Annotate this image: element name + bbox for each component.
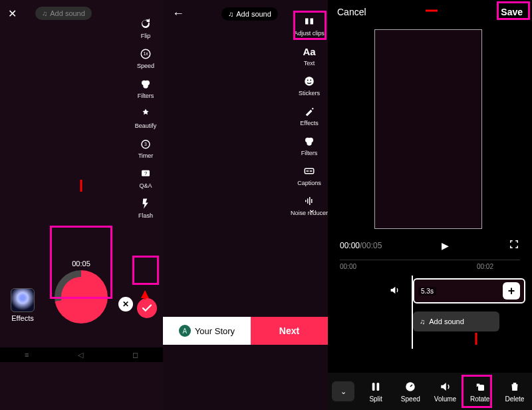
cancel-button[interactable]: Cancel [337, 7, 366, 17]
record-screen: ✕ ♫ Add sound Flip 1x Speed Filters Beau… [0, 0, 163, 410]
delete-clip-button[interactable]: ✕ [118, 297, 133, 311]
tool-label: Flash [138, 212, 153, 219]
timeline-ruler: 00:00 00:02 [340, 260, 520, 270]
captions-icon [303, 164, 316, 178]
tool-flash[interactable]: Flash [132, 197, 159, 219]
next-button[interactable]: Next [251, 317, 328, 345]
tick: 00:02 [477, 263, 493, 270]
home-icon[interactable]: ◻ [132, 351, 138, 359]
flash-icon [139, 197, 152, 210]
effects-button[interactable]: Effects [8, 288, 37, 322]
speed-icon: 1x [139, 47, 152, 61]
svg-text:?: ? [144, 170, 147, 176]
svg-point-16 [307, 140, 312, 146]
your-story-label: Your Story [195, 326, 235, 336]
stickers-icon [303, 75, 316, 88]
close-icon[interactable]: ✕ [8, 7, 17, 20]
sound-track[interactable]: ♫ Add sound [413, 311, 499, 331]
tool-stickers[interactable]: Stickers [296, 75, 323, 97]
next-label: Next [279, 325, 299, 336]
tool-label: Timer [138, 152, 154, 159]
preview-screen: ← ♫ Add sound Adjust clips Aa Text Stick… [163, 0, 328, 410]
video-preview[interactable] [374, 29, 482, 229]
avatar: A [179, 325, 191, 337]
chevron-down-icon[interactable]: ⌄ [308, 204, 316, 214]
svg-rect-20 [305, 200, 307, 202]
tool-text[interactable]: Aa Text [296, 45, 323, 67]
svg-rect-9 [305, 19, 309, 25]
svg-rect-25 [377, 383, 380, 391]
save-button[interactable]: Save [501, 7, 523, 17]
edit-toolbar: ⌄ Split Speed Volume Rotate Delete [328, 373, 532, 410]
tool-label: Captions [297, 180, 321, 186]
timeline: 5.3s + ♫ Add sound [328, 276, 532, 349]
add-sound-hint[interactable]: ♫ Add sound [35, 7, 92, 20]
add-sound-hint-label: Add sound [50, 9, 85, 17]
volume-icon-small[interactable] [389, 285, 400, 297]
svg-point-11 [305, 77, 314, 86]
tool-timer[interactable]: 3 Timer [132, 137, 159, 159]
arrow-to-rotate [471, 333, 483, 345]
qa-icon: ? [139, 167, 152, 180]
add-sound-button[interactable]: ♫ Add sound [221, 7, 278, 21]
back-icon[interactable]: ◁ [78, 351, 83, 359]
record-button[interactable] [55, 270, 108, 323]
speed-icon [404, 380, 416, 393]
recents-icon[interactable]: ≡ [25, 351, 29, 359]
svg-rect-19 [310, 170, 313, 172]
edit-split[interactable]: Split [358, 380, 393, 403]
tool-label: Q&A [139, 182, 152, 189]
tool-flip[interactable]: Flip [132, 17, 159, 39]
tool-label: Flip [141, 33, 151, 39]
delete-icon [509, 380, 521, 393]
tool-adjust-clips[interactable]: Adjust clips [296, 15, 323, 37]
playhead[interactable] [412, 276, 413, 349]
svg-rect-27 [478, 385, 484, 391]
svg-marker-31 [141, 290, 149, 298]
svg-rect-10 [311, 19, 314, 25]
tool-speed[interactable]: 1x Speed [132, 47, 159, 69]
tool-filters[interactable]: Filters [132, 77, 159, 99]
time-current: 00:00 [340, 241, 360, 250]
arrow-to-save [426, 7, 438, 19]
edit-rotate[interactable]: Rotate [463, 380, 497, 403]
tool-captions[interactable]: Captions [296, 164, 323, 186]
add-clip-button[interactable]: + [503, 282, 520, 300]
tool-label: Text [304, 60, 315, 67]
back-arrow-icon[interactable]: ← [172, 7, 184, 21]
tool-label: Filters [138, 93, 154, 99]
arrow-to-confirm [140, 288, 152, 300]
tool-effects[interactable]: Effects [296, 104, 323, 126]
record-area: 00:05 [51, 260, 112, 331]
playback-bar: 00:00/00:05 ▶ [328, 238, 532, 252]
edit-speed[interactable]: Speed [393, 380, 428, 403]
play-icon[interactable]: ▶ [442, 240, 449, 251]
tool-label: Adjust clips [294, 30, 325, 37]
tick: 00:00 [340, 263, 356, 270]
post-bar: A Your Story Next [163, 317, 328, 345]
collapse-toolbar-button[interactable]: ⌄ [332, 381, 354, 401]
confirm-button[interactable] [137, 298, 157, 318]
tool-label: Beautify [135, 122, 157, 129]
tool-qa[interactable]: ? Q&A [132, 167, 159, 189]
timer-icon: 3 [139, 137, 152, 150]
beautify-icon [139, 107, 152, 120]
tool-beautify[interactable]: Beautify [132, 107, 159, 129]
edit-delete[interactable]: Delete [497, 380, 532, 403]
add-sound-label: Add sound [236, 10, 271, 18]
svg-rect-17 [305, 168, 314, 174]
svg-text:1x: 1x [143, 51, 148, 56]
edit-label: Speed [401, 395, 420, 403]
video-track[interactable]: 5.3s + [413, 278, 525, 304]
effects-label: Effects [8, 314, 37, 322]
your-story-button[interactable]: A Your Story [163, 317, 251, 345]
camera-tools: Flip 1x Speed Filters Beautify 3 Timer ?… [132, 17, 159, 219]
android-nav-bar: ≡ ◁ ◻ [0, 347, 163, 362]
clip-length: 5.3s [418, 287, 436, 296]
fullscreen-icon[interactable] [508, 238, 520, 252]
edit-volume[interactable]: Volume [428, 380, 462, 403]
edit-label: Delete [505, 395, 524, 403]
volume-icon [440, 380, 452, 393]
tool-filters[interactable]: Filters [296, 134, 323, 156]
adjust-clips-icon [303, 15, 316, 28]
